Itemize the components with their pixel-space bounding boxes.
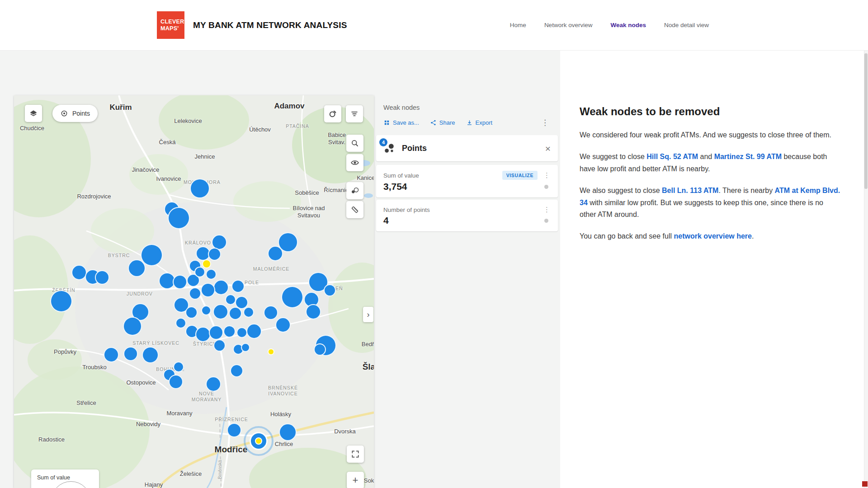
atm-point[interactable]	[241, 343, 250, 352]
atm-point[interactable]	[279, 423, 297, 441]
atm-point[interactable]	[50, 290, 72, 312]
atm-point[interactable]	[206, 269, 217, 280]
atm-point[interactable]	[142, 347, 159, 363]
atm-point[interactable]	[306, 304, 321, 319]
atm-point[interactable]	[201, 283, 215, 297]
atm-point[interactable]	[168, 207, 190, 229]
stat-label: Number of points	[383, 206, 430, 213]
atm-point[interactable]	[231, 280, 245, 293]
nav-home[interactable]: Home	[510, 22, 526, 28]
map-canvas[interactable]: KuřimAdamovModřiceŠlapaniceChudčiceLelek…	[14, 95, 374, 488]
atm-point[interactable]	[281, 286, 303, 308]
atm-point[interactable]	[201, 305, 211, 315]
atm-point[interactable]	[324, 284, 336, 296]
sel-core	[255, 437, 262, 445]
map-legend-card[interactable]: Sum of value	[31, 469, 99, 488]
atm-point[interactable]	[95, 270, 109, 285]
atm-point[interactable]	[175, 318, 186, 328]
share-button[interactable]: Share	[430, 119, 455, 126]
atm-point[interactable]	[236, 327, 247, 338]
save-as-button[interactable]: Save as...	[383, 119, 419, 126]
atm-point[interactable]	[71, 265, 87, 280]
paragraph: We considered four weak profit ATMs. And…	[580, 129, 841, 141]
atm-point[interactable]	[123, 317, 142, 336]
atm-point-highlight[interactable]	[202, 259, 211, 268]
atm-point[interactable]	[173, 361, 184, 372]
weak-nodes-panel: Weak nodes Save as... Share Export ⋮ 4 P…	[374, 51, 560, 488]
text-segment: and	[698, 153, 714, 160]
atm-point[interactable]	[195, 327, 211, 342]
text-segment: . There is nearby	[718, 187, 774, 194]
atm-point[interactable]	[225, 294, 236, 305]
nav-node-detail-view[interactable]: Node detail view	[664, 22, 709, 28]
drag-dot-icon	[544, 185, 548, 189]
panel-more-button[interactable]: ⋮	[539, 118, 551, 127]
logo-line2: MAPS'	[160, 25, 184, 32]
layers-button[interactable]	[25, 105, 42, 122]
atm-point[interactable]	[185, 306, 198, 319]
atm-point[interactable]	[213, 304, 228, 319]
atm-point[interactable]	[243, 307, 254, 318]
atm-point[interactable]	[173, 275, 187, 289]
recording-indicator	[862, 481, 868, 487]
points-layer-pill[interactable]: Points	[52, 105, 98, 122]
atm-point[interactable]	[194, 267, 205, 277]
atm-point[interactable]	[229, 307, 242, 320]
text-segment: with similar low profit. But we suggests…	[580, 199, 823, 219]
atm-point[interactable]	[206, 376, 221, 392]
atm-point[interactable]	[213, 280, 229, 295]
atm-point[interactable]	[268, 246, 283, 261]
main-nav: HomeNetwork overviewWeak nodesNode detai…	[510, 22, 709, 28]
atm-point[interactable]	[208, 248, 221, 261]
clevermaps-logo[interactable]: CLEVER° MAPS'	[157, 11, 184, 39]
visibility-button[interactable]	[346, 154, 363, 171]
atm-point[interactable]	[213, 339, 226, 352]
page-scrollbar[interactable]	[864, 0, 868, 488]
atm-point[interactable]	[209, 325, 223, 340]
donut-chart-icon	[328, 109, 337, 118]
scrollbar-thumb[interactable]	[864, 53, 868, 189]
stat-more-button[interactable]: ⋮	[542, 206, 552, 214]
atm-point-highlight[interactable]	[268, 348, 274, 355]
fit-bounds-button[interactable]	[347, 446, 364, 463]
export-button[interactable]: Export	[466, 119, 493, 126]
inline-link[interactable]: network overview here	[674, 232, 752, 240]
atm-point[interactable]	[246, 324, 262, 339]
atm-point[interactable]	[264, 305, 278, 320]
atm-point[interactable]	[275, 317, 291, 333]
atm-point[interactable]	[189, 287, 201, 300]
legend-bubble-scale	[51, 481, 91, 488]
atm-point[interactable]	[227, 423, 241, 437]
stat-more-button[interactable]: ⋮	[542, 171, 552, 179]
map-search-button[interactable]	[346, 135, 363, 152]
selected-atm-point[interactable]	[244, 426, 274, 456]
nav-weak-nodes[interactable]: Weak nodes	[610, 22, 646, 28]
zoom-in-button[interactable]: +	[347, 472, 364, 488]
inline-link[interactable]: Hill Sq. 52 ATM	[646, 153, 698, 160]
sum-of-value-card[interactable]: Sum of value VISUALIZE ⋮ 3,754	[376, 165, 558, 197]
atm-point[interactable]	[190, 178, 210, 198]
expand-panel-button[interactable]: ›	[363, 307, 373, 322]
stat-value: 4	[383, 215, 389, 226]
visualization-button[interactable]	[324, 105, 341, 122]
eye-icon	[350, 158, 359, 167]
atm-point[interactable]	[223, 325, 236, 338]
atm-point[interactable]	[230, 364, 243, 377]
number-of-points-card[interactable]: Number of points ⋮ 4	[376, 200, 558, 231]
close-points-card-button[interactable]: ×	[545, 144, 551, 153]
point-size-button[interactable]	[346, 182, 363, 199]
visualize-chip[interactable]: VISUALIZE	[502, 171, 538, 180]
measure-button[interactable]	[346, 201, 363, 218]
atm-point[interactable]	[169, 375, 183, 389]
atm-point[interactable]	[104, 347, 119, 362]
atm-point[interactable]	[123, 347, 138, 361]
atm-point[interactable]	[128, 259, 146, 277]
share-label: Share	[439, 119, 455, 126]
main-area: KuřimAdamovModřiceŠlapaniceChudčiceLelek…	[0, 51, 868, 488]
nav-network-overview[interactable]: Network overview	[544, 22, 593, 28]
filter-button[interactable]	[346, 105, 363, 122]
inline-link[interactable]: Bell Ln. 113 ATM	[662, 187, 718, 194]
atm-point[interactable]	[314, 343, 326, 356]
inline-link[interactable]: Martinez St. 99 ATM	[714, 153, 782, 160]
points-card[interactable]: 4 Points ×	[376, 135, 558, 161]
